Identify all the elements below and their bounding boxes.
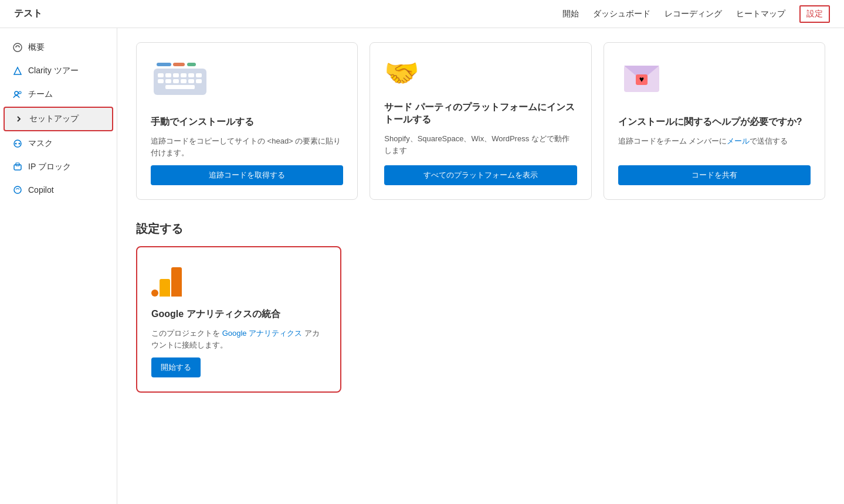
card-help: ♥ インストールに関するヘルプが必要ですか? 追跡コードをチーム メンバーにメー…: [604, 42, 825, 200]
topbar-nav-設定[interactable]: 設定: [799, 5, 830, 23]
sidebar-item-Clarity ツアー[interactable]: Clarity ツアー: [4, 60, 113, 82]
card-manual-title: 手動でインストールする: [151, 116, 343, 128]
svg-point-0: [13, 43, 22, 52]
sidebar-icon-Copilot: [13, 185, 22, 195]
sidebar-label-チーム: チーム: [28, 89, 53, 100]
svg-rect-12: [173, 63, 185, 66]
sidebar-label-マスク: マスク: [28, 138, 53, 149]
sidebar-icon-セットアップ: [14, 114, 23, 124]
bottom-cards-row: Google アナリティクスの統合 このプロジェクトを Google アナリティ…: [136, 246, 825, 393]
section-title: 設定する: [136, 221, 825, 237]
main-content: 手動でインストールする 追跡コードをコピーしてサイトの <head> の要素に貼…: [117, 28, 844, 504]
svg-rect-20: [158, 79, 164, 83]
svg-rect-25: [196, 79, 202, 83]
card-manual-desc: 追跡コードをコピーしてサイトの <head> の要素に貼り付けます。: [151, 135, 343, 158]
envelope-icon: ♥: [618, 57, 811, 104]
card-ga-desc: このプロジェクトを Google アナリティクス アカウントに接続します。: [151, 328, 326, 350]
svg-rect-22: [173, 79, 179, 83]
card-manual: 手動でインストールする 追跡コードをコピーしてサイトの <head> の要素に貼…: [136, 42, 358, 200]
sidebar-icon-IP ブロック: [13, 162, 22, 172]
card-platform-btn[interactable]: すべてのプラットフォームを表示: [384, 165, 577, 185]
svg-rect-23: [181, 79, 187, 83]
ga-bar-small: [160, 279, 170, 297]
topbar-nav-ヒートマップ[interactable]: ヒートマップ: [736, 9, 785, 19]
card-manual-btn[interactable]: 追跡コードを取得する: [151, 165, 343, 185]
sidebar-icon-チーム: [13, 90, 22, 99]
svg-point-2: [15, 91, 18, 95]
topbar: テスト 開始ダッシュボードレコーディングヒートマップ設定: [0, 0, 844, 28]
svg-point-5: [15, 143, 17, 145]
ga-bar-large: [171, 267, 182, 297]
handshake-icon: 🤝: [384, 57, 577, 90]
ga-dot: [151, 290, 158, 297]
sidebar-item-チーム[interactable]: チーム: [4, 83, 113, 105]
card-ga-title: Google アナリティクスの統合: [151, 308, 326, 321]
sidebar-label-Copilot: Copilot: [28, 185, 54, 195]
card-help-title: インストールに関するヘルプが必要ですか?: [618, 116, 811, 128]
ga-icon: [151, 261, 326, 297]
sidebar-item-マスク[interactable]: マスク: [4, 132, 113, 155]
topbar-nav-開始[interactable]: 開始: [562, 9, 579, 19]
sidebar: 概要Clarity ツアーチームセットアップマスクIP ブロックCopilot: [0, 28, 117, 504]
card-help-btn[interactable]: コードを共有: [618, 165, 811, 185]
sidebar-icon-マスク: [13, 139, 22, 148]
svg-rect-7: [14, 165, 21, 170]
svg-rect-26: [165, 85, 195, 89]
card-platform: 🤝 サード パーティのプラットフォームにインストールする Shopify、Squ…: [370, 42, 591, 200]
topbar-title: テスト: [14, 8, 42, 20]
card-ga: Google アナリティクスの統合 このプロジェクトを Google アナリティ…: [136, 246, 341, 393]
svg-text:♥: ♥: [639, 74, 644, 84]
sidebar-label-セットアップ: セットアップ: [29, 114, 79, 124]
sidebar-icon-概要: [13, 43, 22, 52]
svg-rect-14: [158, 73, 164, 77]
sidebar-icon-Clarity ツアー: [13, 66, 22, 76]
topbar-nav-ダッシュボード[interactable]: ダッシュボード: [593, 9, 650, 19]
card-platform-title: サード パーティのプラットフォームにインストールする: [384, 101, 577, 126]
topbar-nav: 開始ダッシュボードレコーディングヒートマップ設定: [562, 5, 830, 23]
sidebar-label-IP ブロック: IP ブロック: [28, 162, 71, 172]
svg-rect-15: [165, 73, 171, 77]
topbar-nav-レコーディング[interactable]: レコーディング: [665, 9, 722, 19]
svg-point-6: [19, 143, 21, 145]
sidebar-item-Copilot[interactable]: Copilot: [4, 179, 113, 200]
svg-point-9: [14, 186, 21, 193]
svg-point-3: [19, 91, 21, 94]
svg-rect-16: [173, 73, 179, 77]
svg-marker-1: [14, 67, 21, 74]
svg-rect-18: [188, 73, 194, 77]
sidebar-item-セットアップ[interactable]: セットアップ: [4, 107, 113, 131]
svg-rect-17: [181, 73, 187, 77]
install-cards-row: 手動でインストールする 追跡コードをコピーしてサイトの <head> の要素に貼…: [136, 42, 825, 200]
layout: 概要Clarity ツアーチームセットアップマスクIP ブロックCopilot: [0, 28, 844, 504]
sidebar-label-概要: 概要: [28, 42, 45, 53]
card-platform-desc: Shopify、SquareSpace、Wix、WordPress などで動作し…: [384, 133, 577, 158]
keyboard-icon: [151, 57, 343, 104]
svg-rect-11: [157, 63, 171, 66]
card-ga-btn[interactable]: 開始する: [151, 357, 201, 377]
card-help-desc: 追跡コードをチーム メンバーにメールで送信する: [618, 135, 811, 158]
sidebar-item-概要[interactable]: 概要: [4, 36, 113, 59]
sidebar-item-IP ブロック[interactable]: IP ブロック: [4, 156, 113, 178]
svg-rect-19: [196, 73, 202, 77]
sidebar-label-Clarity ツアー: Clarity ツアー: [28, 66, 79, 76]
svg-rect-21: [165, 79, 171, 83]
svg-rect-24: [188, 79, 194, 83]
svg-rect-13: [187, 63, 196, 66]
